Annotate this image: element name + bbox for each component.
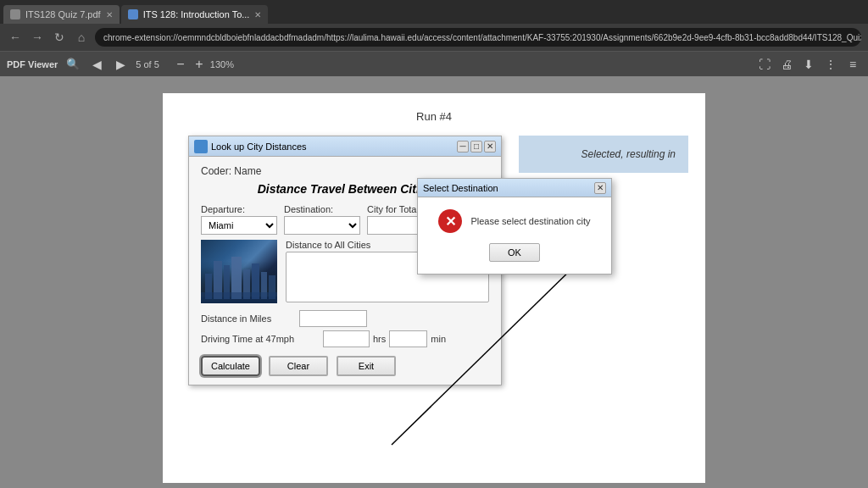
right-panel: Selected, resulting in [519,136,688,173]
pdf-fullscreen-button[interactable]: ⛶ [756,56,773,73]
forward-button[interactable]: → [29,29,46,46]
dialog-message-row: ✕ Please select destination city [438,209,590,233]
app-titlebar: Look up City Distances ─ □ ✕ [189,136,501,157]
tab-pdf[interactable]: ITS128 Quiz 7.pdf ✕ [3,5,120,24]
min-label: min [431,334,446,344]
dialog-titlebar: Select Destination ✕ [418,179,611,197]
zoom-out-button[interactable]: − [173,57,188,72]
dialog-content: ✕ Please select destination city OK [418,197,611,274]
select-destination-dialog: Select Destination ✕ ✕ Please select des… [417,178,612,274]
tab-favicon-active [128,9,138,19]
dialog-title: Select Destination [423,183,498,193]
error-icon: ✕ [438,209,462,233]
browser-chrome: ITS128 Quiz 7.pdf ✕ ITS 128: Introductio… [0,0,868,76]
zoom-in-button[interactable]: + [192,57,207,72]
calculate-button[interactable]: Calculate [201,356,260,376]
distance-miles-label: Distance in Miles [201,313,294,324]
titlebar-controls: ─ □ ✕ [457,141,496,152]
departure-group: Departure: Miami [201,204,277,235]
dialog-message: Please select destination city [470,216,590,226]
coder-label: Coder: Name [201,165,489,177]
tab-label-pdf: ITS128 Quiz 7.pdf [25,9,101,19]
driving-min-input[interactable] [389,330,427,347]
tab-close-active[interactable]: ✕ [254,10,261,19]
close-window-button[interactable]: ✕ [484,141,496,152]
departure-select[interactable]: Miami [201,216,277,235]
pdf-page: Run #4 Look up City Distances ─ □ ✕ Code… [163,93,705,483]
svg-rect-8 [201,292,277,303]
tab-bar: ITS128 Quiz 7.pdf ✕ ITS 128: Introductio… [0,0,868,24]
pdf-menu-button[interactable]: ≡ [844,56,861,73]
exit-button[interactable]: Exit [337,356,396,376]
tab-favicon-pdf [10,9,20,19]
dialog-ok-button[interactable]: OK [489,243,540,262]
pdf-search-button[interactable]: 🔍 [64,56,81,73]
address-bar-row: ← → ↻ ⌂ chrome-extension://oemmndcbldboi… [0,24,868,51]
driving-time-row: Driving Time at 47mph hrs min [201,330,489,347]
driving-hrs-input[interactable] [323,330,370,347]
pdf-print-button[interactable]: 🖨 [778,56,795,73]
destination-group: Destination: [284,204,360,235]
tab-close-pdf[interactable]: ✕ [106,10,113,19]
dialog-close-button[interactable]: ✕ [594,182,606,194]
city-image [201,240,277,303]
refresh-button[interactable]: ↻ [51,29,68,46]
run-label: Run #4 [180,110,688,123]
destination-label: Destination: [284,204,360,214]
button-row: Calculate Clear Exit [201,356,489,376]
page-count: 5 of 5 [136,59,159,69]
clear-button[interactable]: Clear [269,356,328,376]
pdf-more-button[interactable]: ⋮ [822,56,839,73]
pdf-toolbar: PDF Viewer 🔍 ◀ ▶ 5 of 5 − + 130% ⛶ 🖨 ⬇ ⋮… [0,51,868,76]
address-text: chrome-extension://oemmndcbldboiebfnladd… [103,33,861,42]
zoom-level: 130% [210,59,234,69]
minimize-button[interactable]: ─ [457,141,469,152]
driving-time-label: Driving Time at 47mph [201,334,320,344]
address-field[interactable]: chrome-extension://oemmndcbldboiebfnladd… [95,28,861,47]
tab-active[interactable]: ITS 128: Introduction To... ✕ [121,5,269,24]
distance-miles-row: Distance in Miles [201,310,489,327]
back-button[interactable]: ← [7,29,24,46]
pdf-zoom-controls: − + 130% [173,57,234,72]
app-title: Look up City Distances [211,141,453,152]
departure-label: Departure: [201,204,277,214]
app-icon [194,140,208,153]
pdf-next-button[interactable]: ▶ [112,56,129,73]
distance-miles-input[interactable] [299,310,367,327]
tab-label-active: ITS 128: Introduction To... [143,9,250,19]
pdf-download-button[interactable]: ⬇ [800,56,817,73]
home-button[interactable]: ⌂ [73,29,90,46]
annotation-text: Selected, resulting in [531,148,676,160]
destination-select[interactable] [284,216,360,235]
pdf-icon-buttons: ⛶ 🖨 ⬇ ⋮ ≡ [756,56,861,73]
hrs-label: hrs [373,334,386,344]
maximize-button[interactable]: □ [470,141,482,152]
pdf-prev-button[interactable]: ◀ [88,56,105,73]
pdf-viewer-label: PDF Viewer [7,59,58,69]
pdf-area: Run #4 Look up City Distances ─ □ ✕ Code… [0,76,868,488]
